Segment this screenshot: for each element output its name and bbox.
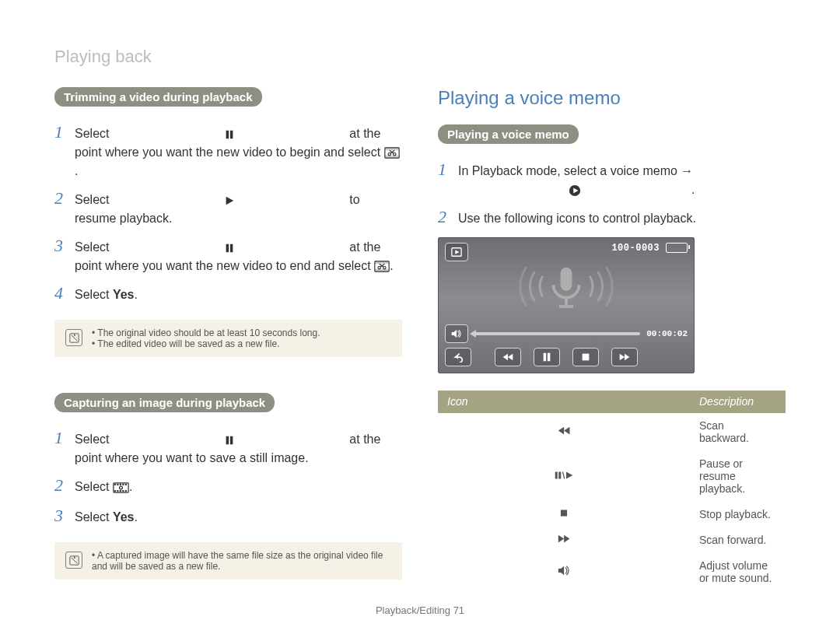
step: 3 Select Yes. [54, 503, 402, 528]
step-num: 1 [54, 425, 67, 450]
step-num: 2 [54, 472, 67, 498]
table-row: Scan forward. [438, 527, 786, 553]
step-bold: Yes [113, 510, 135, 524]
table-desc: Scan forward. [690, 527, 786, 553]
table-desc: Scan backward. [690, 413, 786, 451]
left-column: Trimming a video during playback 1 Selec… [54, 87, 402, 590]
table-header-icon: Icon [438, 391, 690, 413]
table-row: Stop playback. [438, 502, 786, 527]
footer-page: 71 [453, 604, 464, 616]
step-num: 2 [54, 185, 67, 211]
battery-icon [666, 243, 688, 253]
note-icon [65, 329, 82, 346]
step-num: 1 [54, 119, 67, 145]
section-pill-trimming: Trimming a video during playback [54, 87, 262, 107]
film-scissors-icon [374, 261, 390, 272]
step-text: In Playback mode, select a voice memo → [458, 164, 693, 177]
progress-bar[interactable] [474, 332, 640, 335]
table-row: Scan backward. [438, 413, 786, 451]
stop-icon [438, 502, 690, 527]
step-text: Select [75, 433, 113, 446]
step-text: . [135, 510, 138, 524]
step-text: Select [75, 510, 113, 524]
stop-button[interactable] [572, 348, 599, 366]
film-scissors-icon [384, 148, 400, 159]
step: 1 In Playback mode, select a voice memo … [438, 156, 786, 199]
page-breadcrumb: Playing back [54, 47, 786, 67]
page-footer: Playback/Editing 71 [54, 590, 786, 616]
pause-icon [113, 243, 346, 254]
step-text: . [75, 164, 78, 177]
table-header-desc: Description [690, 391, 786, 413]
file-counter: 100-0003 [611, 243, 660, 254]
play-icon [113, 195, 346, 206]
forward-button[interactable] [611, 348, 638, 366]
step-text: Select [75, 240, 113, 254]
table-row: Pause or resume playback. [438, 451, 786, 502]
step: 2 Use the following icons to control pla… [438, 204, 786, 229]
step-text: Select [75, 480, 113, 493]
pause-play-icon [438, 451, 690, 502]
step: 3 Select at the point where you want the… [54, 233, 402, 275]
pause-button[interactable] [534, 348, 560, 366]
right-column: Playing a voice memo Playing a voice mem… [438, 87, 786, 590]
footer-label: Playback/Editing [376, 604, 450, 616]
volume-button[interactable] [445, 324, 468, 343]
step-text: . [129, 480, 132, 493]
volume-icon [438, 553, 690, 591]
note-text: A captured image will have the same file… [92, 550, 391, 572]
table-desc: Adjust volume or mute sound. [690, 553, 786, 591]
step-text: Use the following icons to control playb… [458, 209, 786, 228]
step-text: Select [75, 127, 113, 140]
step: 1 Select at the point where you want to … [54, 425, 402, 468]
audio-play-circle-icon [458, 185, 691, 196]
back-button[interactable] [445, 348, 471, 366]
rewind-button[interactable] [495, 348, 521, 366]
step-num: 3 [54, 233, 67, 258]
note-icon [65, 552, 82, 569]
table-row: Adjust volume or mute sound. [438, 553, 786, 591]
note-box: A captured image will have the same file… [54, 542, 402, 580]
forward-icon [438, 527, 690, 553]
rewind-icon [438, 413, 690, 451]
step-text: . [691, 183, 695, 196]
table-desc: Pause or resume playback. [690, 451, 786, 502]
section-pill-voicememo: Playing a voice memo [438, 124, 579, 144]
step-num: 3 [54, 503, 67, 528]
microphone-icon [508, 257, 625, 322]
section-title: Playing a voice memo [438, 87, 786, 109]
elapsed-time: 00:00:02 [646, 329, 688, 338]
icon-description-table: Icon Description Scan backward. Pause or… [438, 391, 786, 590]
step-text: Select [75, 193, 113, 206]
note-text: The edited video will be saved as a new … [92, 338, 320, 349]
step: 4 Select Yes. [54, 280, 402, 306]
pause-icon [113, 129, 346, 140]
step: 2 Select . [54, 472, 402, 498]
table-desc: Stop playback. [690, 502, 786, 527]
step: 2 Select to resume playback. [54, 185, 402, 228]
step-text: Select [75, 288, 113, 301]
voice-memo-screenshot: 100-0003 00:00:02 [438, 237, 695, 373]
section-pill-capturing: Capturing an image during playback [54, 393, 275, 412]
step-bold: Yes [113, 288, 135, 301]
film-capture-icon [113, 482, 129, 493]
step-text: . [390, 259, 393, 272]
pause-icon [113, 435, 346, 446]
step: 1 Select at the point where you want the… [54, 119, 402, 180]
note-box: The original video should be at least 10… [54, 320, 402, 357]
step-num: 4 [54, 280, 67, 306]
note-text: The original video should be at least 10… [92, 328, 320, 338]
step-text: . [135, 288, 138, 301]
step-num: 1 [438, 156, 450, 182]
step-num: 2 [438, 204, 450, 229]
